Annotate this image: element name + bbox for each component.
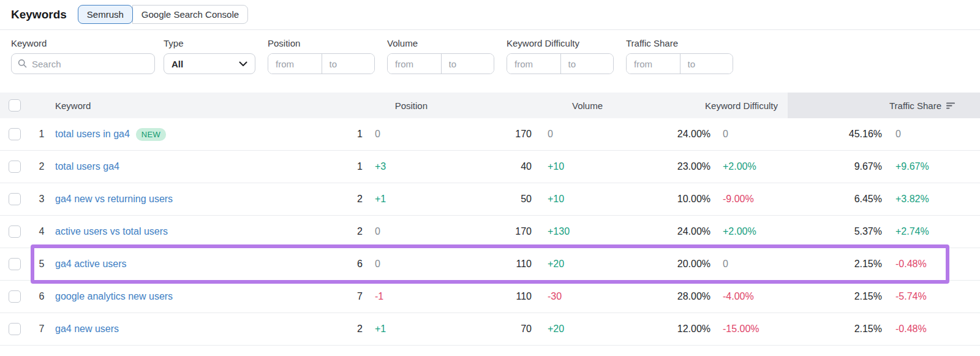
- volume-to-input[interactable]: [441, 54, 494, 74]
- traffic-share-change: +9.67%: [882, 161, 980, 172]
- position-change: 0: [363, 129, 429, 140]
- position-change: 0: [363, 226, 429, 237]
- row-checkbox[interactable]: [9, 323, 21, 335]
- volume-value: 50: [429, 194, 532, 205]
- volume-filter-label: Volume: [387, 38, 494, 48]
- keyword-link[interactable]: ga4 new vs returning users: [55, 194, 173, 205]
- keyword-difficulty-value: 10.00%: [604, 194, 710, 205]
- column-header-keyword[interactable]: Keyword: [54, 93, 336, 118]
- position-value: 2: [336, 324, 363, 335]
- keyword-difficulty-change: -15.00%: [710, 324, 788, 335]
- traffic-share-change: +2.74%: [882, 226, 980, 237]
- keyword-difficulty-value: 28.00%: [604, 291, 710, 302]
- keyword-difficulty-value: 20.00%: [604, 259, 710, 270]
- traffic-share-range-filter: [626, 53, 733, 74]
- keyword-link[interactable]: total users ga4: [55, 161, 119, 172]
- row-number: 2: [29, 161, 54, 172]
- traffic-share-value: 2.15%: [788, 324, 882, 335]
- position-change: +1: [363, 194, 429, 205]
- keyword-difficulty-change: -4.00%: [710, 291, 788, 302]
- volume-from-input[interactable]: [388, 54, 441, 74]
- page-title: Keywords: [11, 8, 67, 21]
- traffic-share-value: 45.16%: [788, 129, 882, 140]
- row-checkbox[interactable]: [9, 225, 21, 238]
- traffic-share-change: 0: [882, 129, 980, 140]
- row-number: 6: [29, 291, 54, 302]
- keywords-table: Keyword Position Volume Keyword Difficul…: [0, 93, 980, 346]
- volume-value: 110: [429, 291, 532, 302]
- volume-change: +130: [532, 226, 604, 237]
- row-number: 1: [29, 129, 54, 140]
- column-header-traffic-share[interactable]: Traffic Share: [788, 93, 980, 118]
- select-all-checkbox[interactable]: [9, 99, 21, 112]
- type-select[interactable]: All: [164, 53, 255, 74]
- volume-value: 170: [429, 129, 532, 140]
- keyword-link[interactable]: google analytics new users: [55, 291, 173, 302]
- row-checkbox[interactable]: [9, 128, 21, 140]
- keyword-link[interactable]: total users in ga4: [55, 129, 130, 140]
- keyword-search: [11, 53, 155, 74]
- position-change: 0: [363, 259, 429, 270]
- tab-semrush[interactable]: Semrush: [78, 5, 133, 24]
- keyword-difficulty-filter-label: Keyword Difficulty: [507, 38, 614, 48]
- position-filter-label: Position: [268, 38, 375, 48]
- position-range-filter: [268, 53, 375, 74]
- volume-change: +20: [532, 259, 604, 270]
- volume-value: 170: [429, 226, 532, 237]
- position-value: 6: [336, 259, 363, 270]
- keyword-difficulty-change: 0: [710, 129, 788, 140]
- keyword-difficulty-from-input[interactable]: [507, 54, 560, 74]
- row-number: 3: [29, 194, 54, 205]
- keyword-link[interactable]: ga4 active users: [55, 259, 127, 270]
- table-row: 4 active users vs total users 2 0 170 +1…: [0, 216, 980, 248]
- traffic-share-value: 9.67%: [788, 161, 882, 172]
- traffic-share-change: -5.74%: [882, 291, 980, 302]
- type-select-value: All: [172, 59, 183, 69]
- keyword-difficulty-value: 24.00%: [604, 226, 710, 237]
- table-row: 3 ga4 new vs returning users 2 +1 50 +10…: [0, 183, 980, 216]
- row-number: 5: [29, 259, 54, 270]
- row-number: 7: [29, 324, 54, 335]
- tab-google-search-console[interactable]: Google Search Console: [132, 5, 248, 24]
- traffic-share-change: -0.48%: [882, 259, 980, 270]
- position-value: 1: [336, 161, 363, 172]
- table-row: 5 ga4 active users 6 0 110 +20 20.00% 0 …: [0, 248, 980, 281]
- search-input[interactable]: [11, 53, 155, 74]
- keyword-link[interactable]: active users vs total users: [55, 226, 168, 237]
- row-checkbox[interactable]: [9, 161, 21, 173]
- position-from-input[interactable]: [268, 54, 322, 74]
- table-row: 2 total users ga4 1 +3 40 +10 23.00% +2.…: [0, 151, 980, 183]
- row-checkbox[interactable]: [9, 258, 21, 270]
- traffic-share-value: 5.37%: [788, 226, 882, 237]
- traffic-share-value: 2.15%: [788, 259, 882, 270]
- traffic-share-value: 6.45%: [788, 194, 882, 205]
- row-checkbox[interactable]: [9, 290, 21, 303]
- column-header-volume[interactable]: Volume: [429, 93, 604, 118]
- column-header-keyword-difficulty[interactable]: Keyword Difficulty: [604, 93, 788, 118]
- traffic-share-to-input[interactable]: [680, 54, 733, 74]
- volume-value: 110: [429, 259, 532, 270]
- traffic-share-from-input[interactable]: [627, 54, 680, 74]
- column-header-traffic-share-label: Traffic Share: [889, 100, 941, 111]
- sort-descending-icon: [946, 102, 956, 109]
- position-to-input[interactable]: [322, 54, 375, 74]
- keyword-difficulty-range-filter: [507, 53, 614, 74]
- keyword-difficulty-to-input[interactable]: [560, 54, 614, 74]
- volume-value: 40: [429, 161, 532, 172]
- position-value: 2: [336, 194, 363, 205]
- keyword-difficulty-change: +2.00%: [710, 226, 788, 237]
- table-body: 1 total users in ga4 NEW 1 0 170 0 24.00…: [0, 118, 980, 346]
- keyword-link[interactable]: ga4 new users: [55, 324, 119, 335]
- volume-value: 70: [429, 324, 532, 335]
- column-header-position[interactable]: Position: [336, 93, 429, 118]
- traffic-share-change: -0.48%: [882, 324, 980, 335]
- view-switcher: Semrush Google Search Console: [78, 5, 248, 24]
- position-value: 7: [336, 291, 363, 302]
- new-badge: NEW: [136, 128, 166, 141]
- row-number: 4: [29, 226, 54, 237]
- chevron-down-icon: [239, 61, 247, 67]
- table-row: 1 total users in ga4 NEW 1 0 170 0 24.00…: [0, 118, 980, 151]
- keyword-difficulty-value: 23.00%: [604, 161, 710, 172]
- row-checkbox[interactable]: [9, 193, 21, 205]
- keyword-difficulty-change: -9.00%: [710, 194, 788, 205]
